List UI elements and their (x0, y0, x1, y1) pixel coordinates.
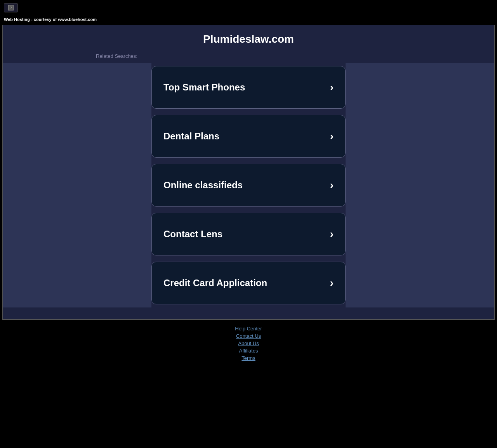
search-item-online-classifieds[interactable]: Online classifieds› (151, 164, 346, 207)
chevron-right-icon-top-smart-phones: › (330, 81, 334, 94)
search-item-label-credit-card-application: Credit Card Application (163, 278, 267, 288)
footer-link-affiliates[interactable]: Affiliates (239, 348, 258, 354)
search-item-label-top-smart-phones: Top Smart Phones (163, 82, 245, 93)
chevron-right-icon-online-classifieds: › (330, 179, 334, 191)
side-band-right (346, 112, 494, 161)
side-band-left (3, 259, 151, 307)
footer-link-about-us[interactable]: About Us (238, 340, 259, 346)
search-item-top-smart-phones[interactable]: Top Smart Phones› (151, 66, 346, 109)
side-band-left (3, 63, 151, 112)
side-band-right (346, 210, 494, 259)
site-title: Plumideslaw.com (3, 25, 494, 49)
search-item-row: Top Smart Phones› (3, 63, 494, 112)
side-band-left (3, 210, 151, 259)
browser-bar: ? (0, 0, 497, 16)
footer-link-help-center[interactable]: Help Center (235, 326, 262, 332)
chevron-right-icon-dental-plans: › (330, 130, 334, 142)
chevron-right-icon-credit-card-application: › (330, 277, 334, 289)
side-band-right (346, 259, 494, 307)
footer-link-contact-us[interactable]: Contact Us (236, 333, 261, 339)
search-item-row: Dental Plans› (3, 112, 494, 161)
side-band-right (346, 63, 494, 112)
search-item-row: Credit Card Application› (3, 259, 494, 307)
chevron-right-icon-contact-lens: › (330, 228, 334, 240)
search-item-label-contact-lens: Contact Lens (163, 229, 222, 240)
tab-icon: ? (8, 5, 14, 10)
main-container: Plumideslaw.com Related Searches: Top Sm… (2, 25, 495, 320)
browser-tab[interactable]: ? (4, 3, 18, 12)
search-item-dental-plans[interactable]: Dental Plans› (151, 115, 346, 158)
search-item-credit-card-application[interactable]: Credit Card Application› (151, 262, 346, 304)
side-band-left (3, 161, 151, 210)
hosting-notice: Web Hosting - courtesy of www.bluehost.c… (0, 16, 497, 25)
search-item-row: Contact Lens› (3, 210, 494, 259)
footer: Help CenterContact UsAbout UsAffiliatesT… (0, 320, 497, 367)
footer-link-terms[interactable]: Terms (242, 355, 255, 361)
side-band-left (3, 112, 151, 161)
search-item-row: Online classifieds› (3, 161, 494, 210)
search-item-label-online-classifieds: Online classifieds (163, 180, 243, 191)
search-items-list: Top Smart Phones›Dental Plans›Online cla… (3, 63, 494, 307)
search-item-contact-lens[interactable]: Contact Lens› (151, 213, 346, 255)
search-item-label-dental-plans: Dental Plans (163, 131, 219, 142)
related-searches-label: Related Searches: (3, 49, 494, 63)
side-band-right (346, 161, 494, 210)
